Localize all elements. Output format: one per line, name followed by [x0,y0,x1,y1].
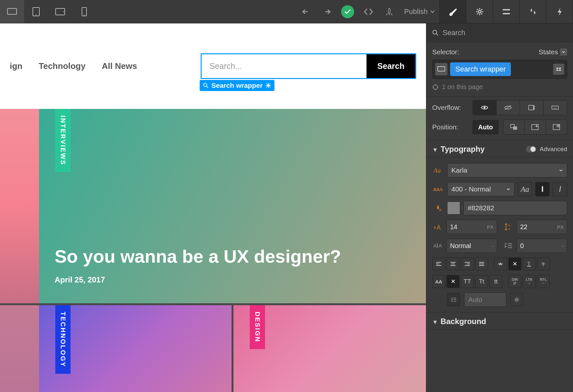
svg-text:T: T [527,261,530,266]
effects-panel-tab[interactable] [520,0,546,23]
settings-panel-tab[interactable] [466,0,493,23]
text-direction-group: DIR⇄ LTR→ RTL← [508,275,550,288]
svg-point-44 [516,299,518,301]
device-viewport-group [0,0,96,23]
overflow-segment: A [473,100,567,115]
selector-input[interactable]: Search wrapper [432,60,567,79]
position-absolute[interactable] [525,120,546,134]
more-typography-button[interactable] [510,293,523,306]
svg-text:A: A [436,187,440,192]
text-indent-input[interactable]: 0- [517,239,567,253]
color-swatch[interactable] [447,202,460,215]
nav-link-technology[interactable]: Technology [39,61,86,71]
columns-input[interactable]: Auto [464,293,506,307]
svg-text:A: A [554,106,556,110]
svg-point-10 [204,83,207,86]
code-export-button[interactable] [358,0,379,23]
position-value[interactable]: Auto [473,120,499,134]
nav-link-all-news[interactable]: All News [102,61,137,71]
states-dropdown[interactable]: States [539,48,567,56]
interactions-panel-tab[interactable] [546,0,573,23]
device-tablet-landscape-button[interactable] [48,0,72,23]
transform-none-button[interactable]: ✕ [446,275,460,288]
svg-text:a: a [508,224,510,227]
card-technology[interactable]: TECHNOLOGY [39,305,232,392]
text-align-group [432,257,488,270]
font-family-select[interactable]: Karla [447,163,567,177]
font-size-input[interactable]: 14PX [446,220,497,234]
direction-rtl-button[interactable]: RTL← [537,275,550,288]
overflow-auto[interactable]: A [544,100,567,115]
tag-technology[interactable]: TECHNOLOGY [55,305,71,374]
redo-button[interactable] [316,0,337,23]
transform-capitalize-button[interactable]: Tt [475,275,488,288]
align-justify-button[interactable] [475,257,488,270]
chevron-down-icon [506,188,510,190]
advanced-toggle[interactable]: Advanced [526,146,567,153]
panel-search-row[interactable]: Search [426,23,573,42]
font-style-oblique-button[interactable]: I [553,182,567,196]
font-weight-select[interactable]: 400 - Normal [447,182,514,196]
background-section-header[interactable]: ▼Background [426,312,573,330]
device-tablet-portrait-button[interactable] [24,0,48,23]
hero-left-strip [0,109,39,303]
line-height-input[interactable]: 22PX [517,220,567,234]
svg-rect-0 [7,8,17,14]
layout-panel-tab[interactable] [493,0,520,23]
position-fixed[interactable] [546,120,567,134]
hero-section[interactable]: INTERVIEWS So you wanna be a UX designer… [39,109,426,303]
gear-icon [475,7,484,16]
align-center-button[interactable] [446,257,460,270]
design-canvas[interactable]: ign Technology All News Search... Search… [0,23,426,392]
svg-rect-9 [503,13,510,14]
svg-rect-17 [559,70,561,71]
svg-text:A: A [433,187,436,192]
style-panel-tab[interactable] [440,0,466,23]
transform-uppercase-button[interactable]: TT [461,275,474,288]
position-relative[interactable] [503,120,525,134]
svg-point-11 [267,85,269,86]
selection-badge[interactable]: Search wrapper [200,80,274,91]
svg-text:A: A [437,224,441,230]
search-button[interactable]: Search [366,54,415,78]
undo-button[interactable] [296,0,316,23]
svg-text:A: A [439,208,442,212]
overflow-hidden[interactable] [497,100,520,115]
status-check-icon [337,0,358,23]
deco-overline-button[interactable]: T [537,257,550,270]
align-left-button[interactable] [432,257,445,270]
gear-icon[interactable] [265,83,271,88]
letter-spacing-input[interactable]: Normal- [446,239,497,253]
font-style-normal-button[interactable]: I [535,182,550,196]
align-right-button[interactable] [461,257,474,270]
svg-text:a: a [508,227,510,230]
deco-underline-button[interactable]: T [523,257,536,270]
overflow-visible[interactable] [473,100,497,115]
device-phone-button[interactable] [72,0,96,23]
font-weight-icon: AAA [432,186,444,192]
svg-text:A: A [439,243,442,248]
publish-dropdown[interactable]: Publish [400,7,439,16]
selector-more-icon[interactable] [553,64,564,75]
deco-none-button[interactable]: ✕ [508,257,521,270]
overflow-scroll[interactable] [520,100,544,115]
svg-point-7 [478,10,481,13]
search-wrapper-element[interactable]: Search... Search [201,53,416,79]
font-color-icon: A [432,204,444,212]
card-design[interactable]: DESIGN [233,305,426,392]
nav-link-design[interactable]: ign [10,61,22,71]
audit-rocket-button[interactable] [379,0,400,23]
tag-design[interactable]: DESIGN [250,305,265,349]
font-style-italic-button[interactable]: Aa [518,182,532,196]
deco-strikethrough-button[interactable]: A [494,257,507,270]
position-label: Position: [432,123,468,131]
direction-ltr-button[interactable]: LTR→ [523,275,536,288]
transform-lowercase-button[interactable]: tt [489,275,502,288]
svg-point-6 [84,15,85,15]
tag-interviews[interactable]: INTERVIEWS [55,109,71,172]
typography-section-header[interactable]: ▼Typography Advanced [426,140,573,157]
selector-class-pill[interactable]: Search wrapper [450,62,511,76]
device-desktop-button[interactable] [0,0,24,23]
color-hex-input[interactable]: #828282 [463,201,567,215]
search-input[interactable]: Search... [202,54,366,78]
